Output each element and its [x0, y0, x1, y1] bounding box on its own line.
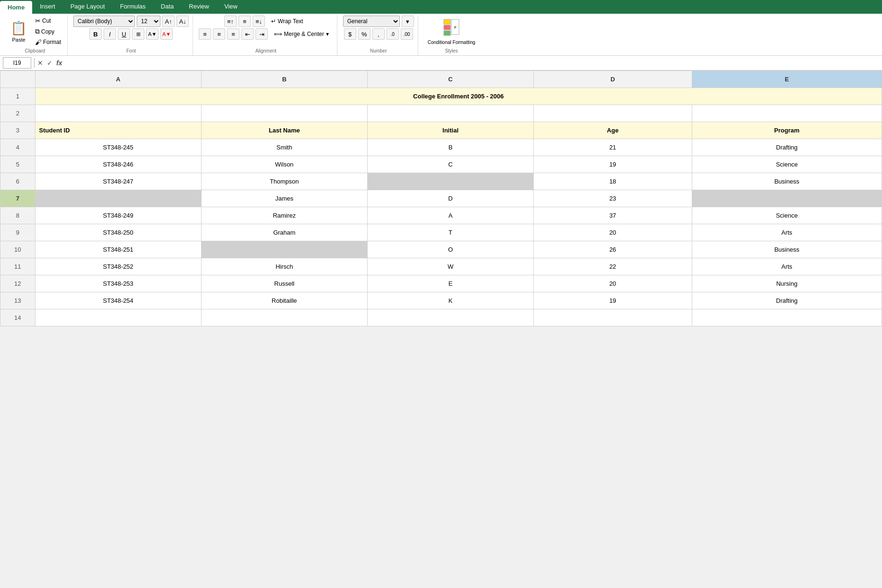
cell-b10[interactable] — [201, 241, 367, 258]
align-right-btn[interactable]: ≡ — [227, 28, 239, 40]
cell-b5[interactable]: Wilson — [201, 156, 367, 173]
merge-dropdown-icon[interactable]: ▾ — [326, 31, 329, 37]
cell-c6[interactable] — [367, 173, 533, 190]
bold-button[interactable]: B — [89, 28, 102, 40]
header-last-name[interactable]: Last Name — [201, 122, 367, 139]
copy-button[interactable]: ⧉ Copy — [33, 26, 63, 36]
cell-a2[interactable] — [35, 105, 201, 122]
tab-formulas[interactable]: Formulas — [113, 0, 153, 14]
cell-b6[interactable]: Thompson — [201, 173, 367, 190]
col-header-d[interactable]: D — [534, 71, 692, 88]
cell-b9[interactable]: Graham — [201, 224, 367, 241]
cell-c13[interactable]: K — [367, 292, 533, 309]
cell-b14[interactable] — [201, 309, 367, 326]
format-painter-button[interactable]: 🖌 Format — [33, 37, 63, 47]
cell-d11[interactable]: 22 — [534, 258, 692, 275]
cell-a10[interactable]: ST348-251 — [35, 241, 201, 258]
align-middle-btn[interactable]: ≡ — [238, 16, 251, 27]
cell-e9[interactable]: Arts — [692, 224, 882, 241]
cell-b7[interactable]: James — [201, 190, 367, 207]
cell-c4[interactable]: B — [367, 139, 533, 156]
percent-button[interactable]: % — [358, 28, 370, 40]
tab-page-layout[interactable]: Page Layout — [63, 0, 113, 14]
header-student-id[interactable]: Student ID — [35, 122, 201, 139]
border-button[interactable]: ⊞ — [132, 28, 144, 40]
cell-b11[interactable]: Hirsch — [201, 258, 367, 275]
increase-indent-btn[interactable]: ⇥ — [256, 28, 268, 40]
cut-button[interactable]: ✂ Cut — [33, 16, 63, 26]
font-name-select[interactable]: Calibri (Body) — [73, 16, 135, 27]
col-header-c[interactable]: C — [367, 71, 533, 88]
align-left-btn[interactable]: ≡ — [199, 28, 211, 40]
cell-a13[interactable]: ST348-254 — [35, 292, 201, 309]
title-cell[interactable]: College Enrollment 2005 - 2006 — [35, 88, 882, 105]
comma-button[interactable]: , — [372, 28, 385, 40]
formula-cancel-icon[interactable]: ✕ — [37, 59, 43, 67]
cell-e4[interactable]: Drafting — [692, 139, 882, 156]
cell-c5[interactable]: C — [367, 156, 533, 173]
cell-e2[interactable] — [692, 105, 882, 122]
decrease-decimal-btn[interactable]: .00 — [401, 28, 413, 40]
header-age[interactable]: Age — [534, 122, 692, 139]
cell-a4[interactable]: ST348-245 — [35, 139, 201, 156]
cell-d13[interactable]: 19 — [534, 292, 692, 309]
cell-c10[interactable]: O — [367, 241, 533, 258]
cell-b2[interactable] — [201, 105, 367, 122]
cell-c14[interactable] — [367, 309, 533, 326]
tab-home[interactable]: Home — [0, 1, 32, 14]
cell-d10[interactable]: 26 — [534, 241, 692, 258]
cell-c12[interactable]: E — [367, 275, 533, 292]
cell-b8[interactable]: Ramirez — [201, 207, 367, 224]
header-program[interactable]: Program — [692, 122, 882, 139]
cell-d7[interactable]: 23 — [534, 190, 692, 207]
cell-a6[interactable]: ST348-247 — [35, 173, 201, 190]
cell-d12[interactable]: 20 — [534, 275, 692, 292]
tab-review[interactable]: Review — [181, 0, 217, 14]
font-color-button[interactable]: A▼ — [160, 28, 173, 40]
cell-e7[interactable] — [692, 190, 882, 207]
wrap-text-button[interactable]: ↵ Wrap Text — [267, 16, 308, 26]
cell-e11[interactable]: Arts — [692, 258, 882, 275]
cell-e12[interactable]: Nursing — [692, 275, 882, 292]
cell-e6[interactable]: Business — [692, 173, 882, 190]
tab-view[interactable]: View — [217, 0, 245, 14]
formula-confirm-icon[interactable]: ✓ — [47, 59, 53, 67]
cell-c8[interactable]: A — [367, 207, 533, 224]
cell-b13[interactable]: Robitaille — [201, 292, 367, 309]
decrease-font-btn[interactable]: A↓ — [176, 16, 189, 27]
align-center-btn[interactable]: ≡ — [213, 28, 225, 40]
cell-a8[interactable]: ST348-249 — [35, 207, 201, 224]
formula-fx-icon[interactable]: fx — [56, 59, 62, 67]
formula-input[interactable] — [65, 57, 879, 69]
cell-d8[interactable]: 37 — [534, 207, 692, 224]
cell-e8[interactable]: Science — [692, 207, 882, 224]
cell-b4[interactable]: Smith — [201, 139, 367, 156]
cell-e10[interactable]: Business — [692, 241, 882, 258]
increase-decimal-btn[interactable]: .0 — [387, 28, 399, 40]
cell-d4[interactable]: 21 — [534, 139, 692, 156]
cell-c2[interactable] — [367, 105, 533, 122]
number-format-select[interactable]: General — [343, 16, 400, 27]
decrease-indent-btn[interactable]: ⇤ — [241, 28, 254, 40]
cell-d9[interactable]: 20 — [534, 224, 692, 241]
dollar-button[interactable]: $ — [344, 28, 356, 40]
conditional-formatting-button[interactable]: ≠ Conditional Formatting — [424, 16, 479, 47]
cell-d6[interactable]: 18 — [534, 173, 692, 190]
cell-a5[interactable]: ST348-246 — [35, 156, 201, 173]
cell-d14[interactable] — [534, 309, 692, 326]
cell-d2[interactable] — [534, 105, 692, 122]
col-header-b[interactable]: B — [201, 71, 367, 88]
cell-e13[interactable]: Drafting — [692, 292, 882, 309]
cell-c11[interactable]: W — [367, 258, 533, 275]
col-header-e[interactable]: E — [692, 71, 882, 88]
cell-c9[interactable]: T — [367, 224, 533, 241]
cell-a7[interactable] — [35, 190, 201, 207]
cell-a11[interactable]: ST348-252 — [35, 258, 201, 275]
cell-c7[interactable]: D — [367, 190, 533, 207]
tab-insert[interactable]: Insert — [32, 0, 63, 14]
cell-a12[interactable]: ST348-253 — [35, 275, 201, 292]
cell-a14[interactable] — [35, 309, 201, 326]
align-top-btn[interactable]: ≡↑ — [224, 16, 237, 27]
cell-e14[interactable] — [692, 309, 882, 326]
merge-center-button[interactable]: ⟺ Merge & Center ▾ — [270, 29, 333, 39]
